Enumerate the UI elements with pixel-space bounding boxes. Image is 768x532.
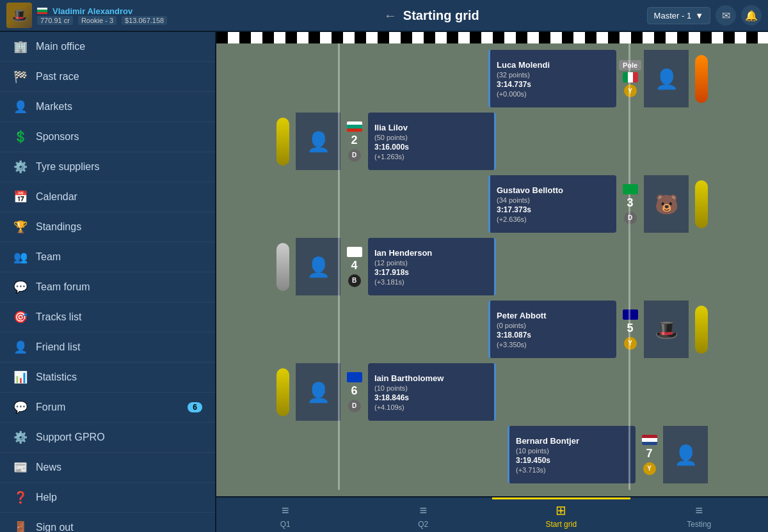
tab-start-grid-label: Start grid (545, 520, 577, 529)
driver-points-7: (10 points) (516, 447, 579, 455)
league-label: Master - 1 (654, 11, 692, 20)
tyre-badge-2: D (348, 149, 361, 162)
driver-card-6[interactable]: Iain Bartholomew (10 points) 3:18.846s (… (368, 363, 496, 421)
driver-info-7: Bernard Bontjer (10 points) 3:19.450s (+… (509, 432, 586, 478)
sidebar-item-team[interactable]: 👥 Team (0, 242, 215, 272)
sidebar-item-team-forum[interactable]: 💬 Team forum (0, 272, 215, 302)
driver-info-2: Ilia Lilov (50 points) 3:16.000s (+1.263… (368, 119, 415, 164)
car-image-2 (276, 118, 289, 166)
avatar: 🎩 (6, 3, 32, 28)
flag-scotland (347, 372, 362, 382)
league-selector[interactable]: Master - 1 ▼ (647, 7, 710, 24)
sidebar-item-sign-out[interactable]: 🚪 Sign out (0, 513, 215, 532)
driver-photo-5: 🎩 (644, 301, 689, 358)
position-2: 2 (351, 134, 357, 147)
start-grid-icon: ⊞ (556, 503, 566, 518)
driver-delta-6: (+4.109s) (374, 403, 444, 411)
q2-icon: ≡ (419, 503, 427, 518)
sidebar-label-sponsors: Sponsors (36, 131, 79, 143)
sidebar-item-tracks-list[interactable]: 🎯 Tracks list (0, 302, 215, 332)
standings-icon: 🏆 (13, 220, 28, 234)
tab-testing[interactable]: ≡ Testing (630, 497, 769, 532)
user-stats: 770.91 cr Rookie - 3 $13.067.158 (37, 16, 167, 25)
grid-row-4: 👤 4 B Ian Henderson (12 points) 3:17.918… (236, 238, 749, 295)
flag-brazil (623, 184, 638, 194)
grid-row-5: Peter Abbott (0 points) 3:18.087s (+3.35… (236, 301, 749, 358)
driver-card-5[interactable]: Peter Abbott (0 points) 3:18.087s (+3.35… (488, 301, 616, 358)
page-title: Starting grid (403, 8, 479, 23)
driver-info-4: Ian Henderson (12 points) 3:17.918s (+3.… (368, 244, 438, 290)
driver-card-3[interactable]: Gustavo Bellotto (34 points) 3:17.373s (… (488, 175, 616, 233)
sidebar-item-calendar[interactable]: 📅 Calendar (0, 182, 215, 212)
team-forum-icon: 💬 (13, 280, 28, 294)
sidebar-item-forum[interactable]: 💬 Forum 6 (0, 393, 215, 423)
sidebar-label-team: Team (36, 251, 61, 263)
sidebar-label-friend-list: Friend list (36, 341, 80, 353)
friend-icon: 👤 (13, 340, 28, 354)
avatar-image: 🎩 (6, 3, 32, 28)
grid-row-7: Bernard Bontjer (10 points) 3:19.450s (+… (236, 426, 749, 483)
flag-england (347, 247, 362, 257)
starting-grid-area[interactable]: Luca Molendi (32 points) 3:14.737s (+0.0… (216, 43, 768, 496)
position-4: 4 (351, 259, 357, 272)
tab-q2-label: Q2 (418, 520, 428, 529)
tyre-badge-6: D (348, 400, 361, 412)
sidebar-item-tyre-suppliers[interactable]: ⚙️ Tyre suppliers (0, 152, 215, 182)
driver-name-1: Luca Molendi (497, 60, 550, 70)
driver-card-7[interactable]: Bernard Bontjer (10 points) 3:19.450s (+… (508, 426, 636, 483)
tab-testing-label: Testing (687, 520, 711, 529)
driver-delta-5: (+3.350s) (497, 341, 547, 348)
driver-info-5: Peter Abbott (0 points) 3:18.087s (+3.35… (490, 307, 553, 352)
driver-points-1: (32 points) (497, 71, 550, 79)
sidebar-label-main-office: Main office (36, 41, 85, 52)
sidebar-item-friend-list[interactable]: 👤 Friend list (0, 332, 215, 363)
sidebar-item-help[interactable]: ❓ Help (0, 483, 215, 513)
left-lane-line (338, 43, 340, 490)
sidebar-label-standings: Standings (36, 221, 81, 233)
driver-time-6: 3:18.846s (374, 393, 444, 402)
driver-photo-7: 👤 (663, 426, 708, 483)
sidebar-item-news[interactable]: 📰 News (0, 453, 215, 483)
driver-photo-2: 👤 (296, 113, 340, 170)
sidebar-item-statistics[interactable]: 📊 Statistics (0, 363, 215, 393)
driver-time-7: 3:19.450s (516, 456, 579, 465)
tab-start-grid[interactable]: ⊞ Start grid (492, 497, 630, 532)
sidebar-label-sign-out: Sign out (36, 522, 74, 532)
sidebar-item-standings[interactable]: 🏆 Standings (0, 212, 215, 242)
driver-points-6: (10 points) (374, 384, 444, 392)
sponsors-icon: 💲 (13, 130, 28, 144)
driver-name-5: Peter Abbott (497, 311, 547, 320)
driver-card-4[interactable]: Ian Henderson (12 points) 3:17.918s (+3.… (368, 238, 496, 295)
sidebar-item-past-race[interactable]: 🏁 Past race (0, 62, 215, 92)
sidebar-item-markets[interactable]: 👤 Markets (0, 92, 215, 122)
sidebar-label-team-forum: Team forum (36, 281, 90, 293)
sidebar-item-main-office[interactable]: 🏢 Main office (0, 32, 215, 62)
tab-bar: ≡ Q1 ≡ Q2 ⊞ Start grid ≡ Testing (216, 496, 768, 532)
office-icon: 🏢 (13, 40, 28, 54)
user-rank: Rookie - 3 (78, 16, 116, 25)
notification-button[interactable]: 🔔 (741, 5, 762, 26)
checkered-bar (216, 32, 768, 43)
user-rating: 770.91 cr (37, 16, 73, 25)
flag-tyre-4: 4 B (343, 247, 365, 287)
q1-icon: ≡ (282, 503, 289, 518)
sidebar-item-support[interactable]: ⚙️ Support GPRO (0, 423, 215, 453)
driver-card-1[interactable]: Luca Molendi (32 points) 3:14.737s (+0.0… (488, 50, 616, 107)
tab-q1[interactable]: ≡ Q1 (216, 497, 355, 532)
driver-card-2[interactable]: Ilia Lilov (50 points) 3:16.000s (+1.263… (368, 113, 496, 170)
driver-delta-2: (+1.263s) (374, 153, 409, 160)
header-right: Master - 1 ▼ ✉ 🔔 (647, 5, 768, 26)
statistics-icon: 📊 (13, 370, 28, 384)
driver-delta-4: (+3.181s) (374, 278, 432, 286)
sidebar-label-tracks-list: Tracks list (36, 311, 81, 323)
sidebar-label-markets: Markets (36, 101, 72, 113)
position-7: 7 (646, 447, 652, 460)
driver-time-2: 3:16.000s (374, 143, 409, 152)
sidebar-item-sponsors[interactable]: 💲 Sponsors (0, 122, 215, 152)
driver-time-4: 3:17.918s (374, 268, 432, 277)
sidebar-label-statistics: Statistics (36, 372, 77, 383)
mail-button[interactable]: ✉ (716, 5, 736, 26)
driver-photo-3: 🐻 (644, 175, 689, 233)
tab-q2[interactable]: ≡ Q2 (355, 497, 493, 532)
back-button[interactable]: ← (384, 8, 397, 23)
